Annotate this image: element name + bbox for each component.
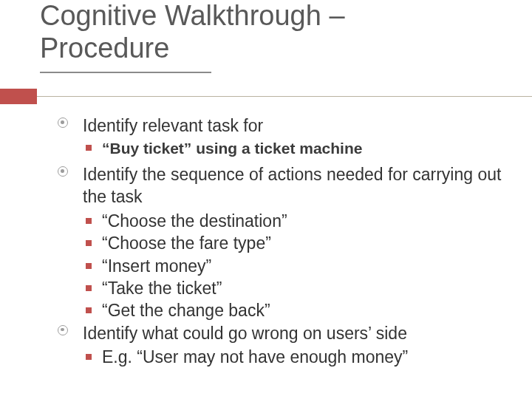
square-bullet-icon (86, 145, 92, 151)
square-bullet-icon (86, 240, 92, 246)
bullet-text: Identify what could go wrong on users’ s… (83, 324, 407, 343)
bullet-text: “Buy ticket” using a ticket machine (102, 140, 362, 157)
square-bullet-icon (86, 285, 92, 291)
bullet-text: E.g. “User may not have enough money” (102, 347, 408, 366)
slide: Cognitive Walkthrough – Procedure Identi… (0, 0, 532, 399)
bullet-level2-emph: “Buy ticket” using a ticket machine (58, 138, 508, 159)
bullet-level1: Identify relevant task for (58, 115, 508, 137)
title-line-1: Cognitive Walkthrough – (40, 0, 345, 31)
title-underline (40, 72, 211, 73)
bullet-level2: “Choose the destination” (58, 210, 508, 232)
title-line-2: Procedure (40, 33, 169, 64)
bullet-level1: Identify what could go wrong on users’ s… (58, 322, 508, 344)
square-bullet-icon (86, 354, 92, 360)
bullet-text: “Insert money” (102, 256, 211, 276)
square-bullet-icon (86, 307, 92, 313)
bullet-text: “Choose the destination” (102, 211, 287, 231)
square-bullet-icon (86, 263, 92, 269)
bullet-level2: E.g. “User may not have enough money” (58, 346, 508, 368)
slide-content: Identify relevant task for “Buy ticket” … (58, 115, 508, 368)
bullet-text: Identify relevant task for (83, 116, 263, 135)
bullet-level2: “Choose the fare type” (58, 232, 508, 254)
accent-bar (0, 89, 37, 104)
bullet-text: “Choose the fare type” (102, 233, 271, 253)
circle-dot-icon (58, 166, 68, 177)
slide-title: Cognitive Walkthrough – Procedure (40, 0, 498, 64)
square-bullet-icon (86, 218, 92, 224)
circle-dot-icon (58, 117, 68, 128)
bullet-text: “Take the ticket” (102, 279, 222, 298)
bullet-level2: “Take the ticket” (58, 277, 508, 299)
bullet-text: “Get the change back” (102, 301, 270, 320)
accent-line (37, 96, 532, 97)
bullet-text: Identify the sequence of actions needed … (83, 165, 501, 206)
bullet-level2: “Insert money” (58, 255, 508, 277)
circle-dot-icon (58, 325, 68, 335)
bullet-level1: Identify the sequence of actions needed … (58, 163, 508, 208)
bullet-level2: “Get the change back” (58, 299, 508, 321)
